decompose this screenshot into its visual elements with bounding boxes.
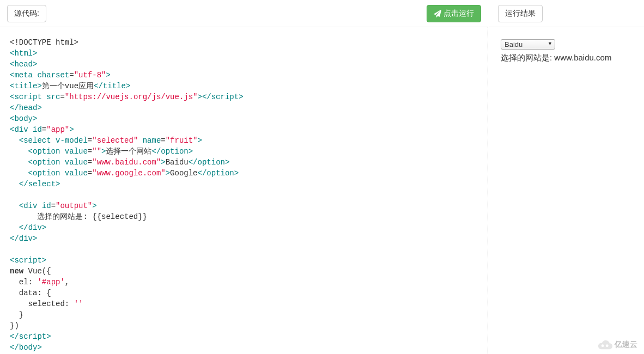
paper-plane-icon — [434, 10, 441, 17]
run-button-label: 点击运行 — [443, 9, 474, 19]
cloud-icon — [598, 340, 612, 350]
code-line: <!DOCTYPE html> — [10, 38, 78, 47]
website-select[interactable]: Baidu — [501, 39, 555, 50]
source-code-label-button[interactable]: 源代码: — [7, 5, 46, 22]
run-result-label-button[interactable]: 运行结果 — [498, 5, 543, 22]
code-editor[interactable]: <!DOCTYPE html> <html> <head> <meta char… — [0, 27, 488, 354]
watermark-text: 亿速云 — [615, 340, 637, 350]
select-value: Baidu — [505, 40, 523, 48]
source-panel: 源代码: 点击运行 <!DOCTYPE html> <html> <head> … — [0, 0, 489, 354]
watermark: 亿速云 — [598, 340, 637, 350]
output-text: 选择的网站是: www.baidu.com — [501, 53, 632, 63]
left-header: 源代码: 点击运行 — [0, 0, 488, 27]
right-header: 运行结果 — [489, 0, 644, 27]
result-panel: 运行结果 Baidu 选择的网站是: www.baidu.com — [489, 0, 644, 354]
result-area: Baidu 选择的网站是: www.baidu.com — [489, 27, 644, 75]
run-button[interactable]: 点击运行 — [427, 5, 481, 22]
